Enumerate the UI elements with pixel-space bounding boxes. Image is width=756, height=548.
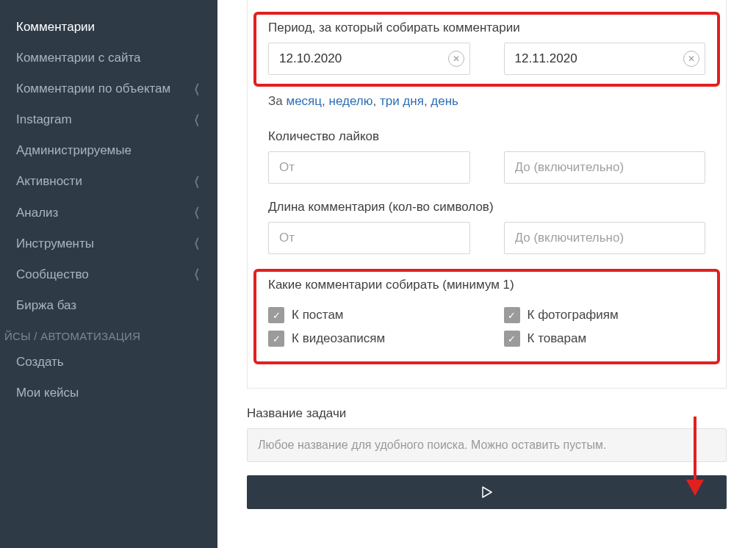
sidebar-item-instagram[interactable]: Instagram ❮ xyxy=(0,104,217,135)
length-label: Длина комментария (кол-во символов) xyxy=(268,200,705,214)
chevron-left-icon: ❮ xyxy=(194,236,200,251)
period-group: Период, за который собирать комментарии … xyxy=(253,12,720,87)
run-button[interactable] xyxy=(247,475,727,509)
length-from-input[interactable] xyxy=(268,222,470,254)
chevron-left-icon: ❮ xyxy=(194,112,200,128)
checkbox-posts-row[interactable]: ✓ К постам xyxy=(268,307,470,323)
checkbox-posts-label: К постам xyxy=(292,308,344,322)
sidebar-item-label: Биржа баз xyxy=(16,298,201,314)
checkbox-videos[interactable]: ✓ xyxy=(268,331,284,347)
sidebar-item-label: Комментарии xyxy=(16,19,201,35)
clear-date-to-icon[interactable]: ✕ xyxy=(683,51,699,67)
quick-link-week[interactable]: неделю xyxy=(329,94,373,108)
sidebar-item-create[interactable]: Создать xyxy=(0,347,217,378)
checkbox-goods-row[interactable]: ✓ К товарам xyxy=(504,331,706,347)
sidebar-item-label: Инструменты xyxy=(16,236,192,252)
sidebar-item-community[interactable]: Сообщество ❮ xyxy=(0,259,217,290)
types-label: Какие комментарии собирать (минимум 1) xyxy=(268,278,705,292)
date-to-wrap: ✕ xyxy=(504,43,706,75)
sidebar-item-label: Создать xyxy=(16,354,201,370)
sidebar-item-tools[interactable]: Инструменты ❮ xyxy=(0,228,217,259)
chevron-left-icon: ❮ xyxy=(194,82,200,97)
sidebar-item-activities[interactable]: Активности ❮ xyxy=(0,166,217,197)
sidebar-item-comments[interactable]: Комментарии xyxy=(0,12,217,43)
chevron-left-icon: ❮ xyxy=(194,174,200,190)
settings-card: Период, за который собирать комментарии … xyxy=(247,0,727,389)
sidebar-item-label: Активности xyxy=(16,173,192,190)
checkbox-goods-label: К товарам xyxy=(528,331,587,346)
sidebar-item-bases-market[interactable]: Биржа баз xyxy=(0,290,217,321)
sidebar-item-label: Мои кейсы xyxy=(16,385,201,401)
date-to-input[interactable] xyxy=(504,43,706,75)
sidebar-item-label: Комментарии по объектам xyxy=(16,81,192,97)
sidebar-item-object-comments[interactable]: Комментарии по объектам ❮ xyxy=(0,73,217,104)
date-from-wrap: ✕ xyxy=(268,43,470,75)
period-quick-links: За месяц, неделю, три дня, день xyxy=(268,94,705,109)
sidebar-item-label: Комментарии с сайта xyxy=(16,50,201,66)
likes-to-input[interactable] xyxy=(504,151,706,184)
sidebar-section-label: ЙСЫ / АВТОМАТИЗАЦИЯ xyxy=(0,321,217,347)
quick-link-day[interactable]: день xyxy=(431,94,458,108)
checkbox-photos-row[interactable]: ✓ К фотографиям xyxy=(504,307,706,323)
sidebar-item-label: Instagram xyxy=(16,112,192,128)
quick-link-three-days[interactable]: три дня xyxy=(380,94,424,108)
sidebar-item-administered[interactable]: Администрируемые xyxy=(0,135,217,166)
clear-date-from-icon[interactable]: ✕ xyxy=(448,51,464,67)
date-from-input[interactable] xyxy=(268,43,470,75)
sidebar-item-analysis[interactable]: Анализ ❮ xyxy=(0,198,217,228)
footer: Название задачи xyxy=(247,406,727,509)
sidebar-item-label: Анализ xyxy=(16,205,192,221)
sidebar-item-site-comments[interactable]: Комментарии с сайта xyxy=(0,43,217,73)
likes-group: Количество лайков xyxy=(268,129,705,184)
types-group: Какие комментарии собирать (минимум 1) ✓… xyxy=(253,269,720,364)
sidebar: Комментарии Комментарии с сайта Коммента… xyxy=(0,0,217,548)
task-name-input[interactable] xyxy=(247,428,727,462)
period-label: Период, за который собирать комментарии xyxy=(268,21,705,35)
checkbox-videos-row[interactable]: ✓ К видеозаписям xyxy=(268,331,470,347)
likes-from-input[interactable] xyxy=(268,151,470,184)
chevron-left-icon: ❮ xyxy=(194,205,200,220)
chevron-left-icon: ❮ xyxy=(194,267,200,282)
length-group: Длина комментария (кол-во символов) xyxy=(268,200,705,254)
sidebar-item-label: Администрируемые xyxy=(16,143,201,159)
likes-label: Количество лайков xyxy=(268,129,705,144)
length-to-input[interactable] xyxy=(504,222,706,254)
checkbox-posts[interactable]: ✓ xyxy=(268,307,284,323)
sidebar-item-label: Сообщество xyxy=(16,267,192,283)
quick-prefix: За xyxy=(268,94,286,108)
sidebar-item-my-cases[interactable]: Мои кейсы xyxy=(0,378,217,408)
play-icon xyxy=(482,486,492,498)
checkbox-photos[interactable]: ✓ xyxy=(504,307,520,323)
checkbox-goods[interactable]: ✓ xyxy=(504,331,520,347)
quick-link-month[interactable]: месяц xyxy=(286,94,322,108)
checkbox-videos-label: К видеозаписям xyxy=(292,331,385,346)
checkbox-photos-label: К фотографиям xyxy=(528,308,619,322)
task-label: Название задачи xyxy=(247,406,727,421)
main-content: Период, за который собирать комментарии … xyxy=(217,0,756,548)
